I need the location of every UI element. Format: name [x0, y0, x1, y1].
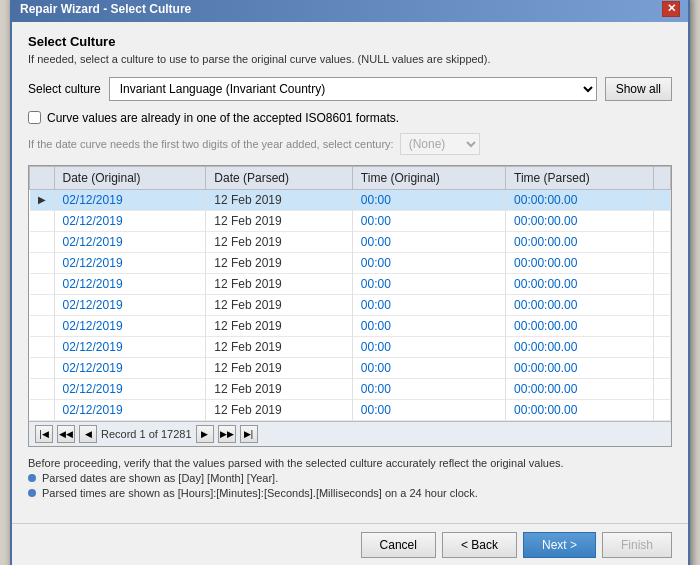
back-button[interactable]: < Back [442, 532, 517, 558]
cell-date-parsed: 12 Feb 2019 [206, 315, 353, 336]
iso-checkbox[interactable] [28, 111, 41, 124]
nav-prev-button[interactable]: ◀ [79, 425, 97, 443]
table-row[interactable]: 02/12/201912 Feb 201900:0000:00:00.00 [30, 336, 671, 357]
nav-prev-skip-button[interactable]: ◀◀ [57, 425, 75, 443]
col-time-orig: Time (Original) [352, 166, 505, 189]
bullet-icon-2 [28, 489, 36, 497]
table-row[interactable]: 02/12/201912 Feb 201900:0000:00:00.00 [30, 378, 671, 399]
cell-time-parsed: 00:00:00.00 [506, 378, 654, 399]
cell-date-orig: 02/12/2019 [54, 252, 206, 273]
table-row[interactable]: 02/12/201912 Feb 201900:0000:00:00.00 [30, 399, 671, 420]
button-row: Cancel < Back Next > Finish [12, 523, 688, 566]
bullet-row-1: Parsed dates are shown as [Day] [Month] … [28, 472, 672, 484]
col-time-parsed: Time (Parsed) [506, 166, 654, 189]
cell-date-orig: 02/12/2019 [54, 231, 206, 252]
iso-checkbox-row: Curve values are already in one of the a… [28, 111, 672, 125]
cell-date-orig: 02/12/2019 [54, 210, 206, 231]
dialog-content: Select Culture If needed, select a cultu… [12, 22, 688, 523]
cell-scroll-spacer [654, 399, 671, 420]
table-row[interactable]: 02/12/201912 Feb 201900:0000:00:00.00 [30, 210, 671, 231]
century-select[interactable]: (None) [400, 133, 480, 155]
row-indicator [30, 357, 55, 378]
record-indicator: Record 1 of 17281 [101, 428, 192, 440]
cell-date-parsed: 12 Feb 2019 [206, 189, 353, 210]
cell-time-parsed: 00:00:00.00 [506, 357, 654, 378]
cell-time-parsed: 00:00:00.00 [506, 294, 654, 315]
cell-date-orig: 02/12/2019 [54, 273, 206, 294]
cell-scroll-spacer [654, 336, 671, 357]
cell-time-parsed: 00:00:00.00 [506, 315, 654, 336]
table-row[interactable]: 02/12/201912 Feb 201900:0000:00:00.00 [30, 273, 671, 294]
culture-row: Select culture Invariant Language (Invar… [28, 77, 672, 101]
finish-button[interactable]: Finish [602, 532, 672, 558]
cell-scroll-spacer [654, 273, 671, 294]
table-footer: |◀ ◀◀ ◀ Record 1 of 17281 ▶ ▶▶ ▶| [29, 421, 671, 446]
nav-next-button[interactable]: ▶ [196, 425, 214, 443]
data-table: Date (Original) Date (Parsed) Time (Orig… [29, 166, 671, 421]
culture-select[interactable]: Invariant Language (Invariant Country) [109, 77, 597, 101]
section-title: Select Culture [28, 34, 672, 49]
nav-next-skip-button[interactable]: ▶▶ [218, 425, 236, 443]
cell-time-orig: 00:00 [352, 294, 505, 315]
info-main: Before proceeding, verify that the value… [28, 457, 672, 469]
cancel-button[interactable]: Cancel [361, 532, 436, 558]
cell-date-orig: 02/12/2019 [54, 399, 206, 420]
bullet-row-2: Parsed times are shown as [Hours]:[Minut… [28, 487, 672, 499]
cell-date-orig: 02/12/2019 [54, 336, 206, 357]
cell-time-orig: 00:00 [352, 315, 505, 336]
row-indicator [30, 210, 55, 231]
section-description: If needed, select a culture to use to pa… [28, 53, 672, 65]
cell-time-orig: 00:00 [352, 252, 505, 273]
cell-time-orig: 00:00 [352, 378, 505, 399]
cell-time-parsed: 00:00:00.00 [506, 252, 654, 273]
bullet-icon-1 [28, 474, 36, 482]
info-section: Before proceeding, verify that the value… [28, 457, 672, 499]
table-row[interactable]: ▶02/12/201912 Feb 201900:0000:00:00.00 [30, 189, 671, 210]
cell-time-parsed: 00:00:00.00 [506, 231, 654, 252]
row-indicator [30, 378, 55, 399]
cell-date-parsed: 12 Feb 2019 [206, 357, 353, 378]
cell-time-orig: 00:00 [352, 189, 505, 210]
table-row[interactable]: 02/12/201912 Feb 201900:0000:00:00.00 [30, 294, 671, 315]
row-indicator [30, 294, 55, 315]
cell-date-parsed: 12 Feb 2019 [206, 231, 353, 252]
cell-date-orig: 02/12/2019 [54, 378, 206, 399]
row-indicator [30, 231, 55, 252]
indicator-col-header [30, 166, 55, 189]
show-all-button[interactable]: Show all [605, 77, 672, 101]
col-date-orig: Date (Original) [54, 166, 206, 189]
cell-date-orig: 02/12/2019 [54, 294, 206, 315]
cell-time-parsed: 00:00:00.00 [506, 399, 654, 420]
scroll-col-header [654, 166, 671, 189]
row-indicator [30, 315, 55, 336]
nav-last-button[interactable]: ▶| [240, 425, 258, 443]
dialog: Repair Wizard - Select Culture ✕ Select … [10, 0, 690, 565]
table-row[interactable]: 02/12/201912 Feb 201900:0000:00:00.00 [30, 357, 671, 378]
cell-time-orig: 00:00 [352, 357, 505, 378]
bullet-text-1: Parsed dates are shown as [Day] [Month] … [42, 472, 278, 484]
next-button[interactable]: Next > [523, 532, 596, 558]
data-table-container: Date (Original) Date (Parsed) Time (Orig… [28, 165, 672, 447]
nav-first-button[interactable]: |◀ [35, 425, 53, 443]
table-row[interactable]: 02/12/201912 Feb 201900:0000:00:00.00 [30, 252, 671, 273]
close-button[interactable]: ✕ [662, 1, 680, 17]
cell-time-parsed: 00:00:00.00 [506, 189, 654, 210]
cell-date-orig: 02/12/2019 [54, 357, 206, 378]
col-date-parsed: Date (Parsed) [206, 166, 353, 189]
cell-date-parsed: 12 Feb 2019 [206, 294, 353, 315]
cell-scroll-spacer [654, 357, 671, 378]
cell-date-orig: 02/12/2019 [54, 189, 206, 210]
cell-date-parsed: 12 Feb 2019 [206, 378, 353, 399]
cell-date-parsed: 12 Feb 2019 [206, 336, 353, 357]
row-indicator [30, 399, 55, 420]
table-row[interactable]: 02/12/201912 Feb 201900:0000:00:00.00 [30, 231, 671, 252]
cell-time-orig: 00:00 [352, 336, 505, 357]
culture-label: Select culture [28, 82, 101, 96]
cell-scroll-spacer [654, 210, 671, 231]
dialog-title: Repair Wizard - Select Culture [20, 2, 191, 16]
cell-time-parsed: 00:00:00.00 [506, 336, 654, 357]
row-indicator [30, 273, 55, 294]
cell-scroll-spacer [654, 189, 671, 210]
cell-time-orig: 00:00 [352, 399, 505, 420]
table-row[interactable]: 02/12/201912 Feb 201900:0000:00:00.00 [30, 315, 671, 336]
